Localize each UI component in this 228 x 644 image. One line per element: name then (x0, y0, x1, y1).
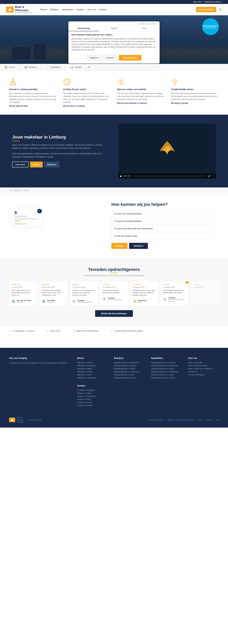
prop-nav-taxaties[interactable]: 📊 Taxaties (66, 64, 86, 70)
footer-hypotheken-link-0[interactable]: Hypotheekadviseur in Heerlen (151, 362, 182, 364)
prop-nav-arrow[interactable]: ▶ (86, 64, 92, 70)
kb-link[interactable]: Bekijk reviews (15, 222, 26, 225)
reviewer-4: 🏠 Verkoper Een Funda gebruiker (102, 297, 126, 301)
review-divider-2 (42, 298, 65, 298)
help-item-taxatie[interactable]: Ik heb een taxatie nodig › (111, 232, 216, 240)
cookie-accept-button[interactable]: Alles toestaan (119, 55, 141, 60)
footer-bottom: Boek enOffermansMakelaars Copyright © 20… (9, 414, 219, 423)
volume-icon[interactable]: 🔊 (208, 175, 211, 177)
feature-mensen-link[interactable]: Wij zijn jouw makelaar in Limburg! (117, 102, 165, 104)
nav-wonen[interactable]: Wonen (40, 8, 47, 11)
bedrijven-button[interactable]: Bedrijven (44, 162, 59, 168)
reviewer-avatar-2: 👤 (42, 299, 46, 303)
footer-taxaties-link-5[interactable]: Taxateur in Heerlen (77, 404, 108, 406)
footer-bottom-link-cookies[interactable]: Cookies (206, 419, 212, 421)
footer-over-ons-title: Over ons (188, 357, 219, 359)
reviews-title: Tevreden opdrachtgevers (9, 267, 219, 272)
footer-bedrijven-link-2[interactable]: Bedrijfsmakelaar in Sittard (114, 368, 145, 370)
chevron-right-icon-1: › (212, 212, 213, 215)
feature-dichtbij-link[interactable]: Wij zijn altijd dichtbij! (9, 105, 57, 107)
makelaar-underline (12, 141, 20, 141)
footer-col-wonen: Wonen Makelaar in Heerlen Makelaar in Ma… (77, 357, 108, 408)
footer-wonen-link-4[interactable]: Makelaar in Venlo (77, 374, 108, 376)
footer-taxaties-link-4[interactable]: Taxateur in Venray (77, 401, 108, 404)
video-time: 0:00 / 0:17 (124, 175, 131, 177)
nav-over-ons[interactable]: Over ons (87, 8, 96, 11)
help-wonen-button[interactable]: Wonen (111, 243, 128, 249)
fullscreen-icon[interactable]: ⛶ (212, 175, 214, 177)
reviewer-5: 💰 Hypotheek John (133, 299, 156, 303)
footer-wonen-link-1[interactable]: Makelaar in Maastricht (77, 364, 108, 367)
logo[interactable]: Boek &Offermans DYNAMICS MAKELAARS (6, 6, 33, 14)
footer-bedrijven-link-1[interactable]: Bedrijfsmakelaar in Heerlen (114, 364, 145, 367)
direct-contact-button[interactable]: Direct contact (196, 7, 216, 12)
footer-hypotheken-link-2[interactable]: Hypotheekadviseur in Sittard (151, 368, 182, 370)
reviews-btn-wrap: Bekijk alle beoordelingen (9, 310, 219, 317)
svg-marker-12 (11, 418, 14, 421)
people-icon (117, 78, 125, 86)
prop-nav-bedrijven[interactable]: 🏢 Bedrijven (20, 64, 42, 70)
help-title: Hoe kunnen wij jou helpen? (111, 202, 216, 207)
nav-bedrijven[interactable]: Bedrijven (50, 8, 59, 11)
footer-wonen-link-2[interactable]: Makelaar in Sittard (77, 368, 108, 370)
footer-taxaties-link-0[interactable]: Taxateur in Maastricht (77, 389, 108, 391)
bel-ons-link[interactable]: BEL ONS (193, 1, 201, 3)
review-text-7: "..." (193, 289, 216, 292)
usp-item-advies: ✓ Onafhankelijk (financieel) advies (105, 329, 149, 332)
footer-bottom-link-links[interactable]: Links (215, 419, 219, 421)
footer-sponsoring-link[interactable]: Sponsoring (188, 371, 219, 373)
footer-corona-link[interactable]: Corona maatregelen (188, 374, 219, 376)
cookie-tab-details[interactable]: Details (99, 26, 129, 31)
footer-bedrijven-link-5[interactable]: Bedrijfsmakelaar in Venray (114, 377, 145, 379)
footer-hypotheken-link-1[interactable]: Hypotheekadviseur in Maastricht (151, 364, 182, 367)
footer-wonen-link-3[interactable]: Makelaar in Venray (77, 371, 108, 373)
logo-sub: DYNAMICS MAKELAARS (15, 12, 33, 14)
usp-bar: ✓ 6 vestigingen in Limburg ✓ Sinds 1975 … (0, 326, 228, 336)
help-item-hypotheken[interactable]: Ik zoek meer informatie over hypotheken … (111, 225, 216, 232)
footer-taxaties-link-3[interactable]: Taxateur in Venlo (77, 398, 108, 400)
footer-over-ons-link-1[interactable]: Boek & Offermans team (188, 364, 219, 367)
openingstijden-link[interactable]: OPENINGSTIJDEN ▾ (204, 1, 222, 3)
footer-hypotheken-link-3[interactable]: Hypotheekadviseur in Valkenburg (151, 371, 182, 373)
prop-nav-wonen[interactable]: 🏠 Wonen (0, 64, 20, 70)
play-button[interactable]: ▶ (120, 174, 122, 178)
footer-bedrijven-link-4[interactable]: Bedrijfsmakelaar in Venlo (114, 374, 145, 376)
reviewer-avatar-3: 🏠 (72, 299, 76, 303)
nav-hypotheken[interactable]: Hypotheken (62, 8, 73, 11)
footer-taxaties-link-1[interactable]: Taxateur in Sittard (77, 392, 108, 394)
wonen-button[interactable]: Wonen (30, 162, 43, 168)
footer-taxaties-link-2[interactable]: Taxateur in Valkenburg (77, 395, 108, 398)
footer-over-ons-link-0[interactable]: Boek & Offermans (188, 362, 219, 364)
svg-line-5 (67, 82, 68, 83)
feature-actief-link[interactable]: Wij zijn thuis in Limburg! (63, 105, 111, 107)
feature-advies-link[interactable]: Wij helpen je graag! (171, 102, 219, 104)
prop-nav-hypotheken[interactable]: 📄 Hypotheken (42, 64, 65, 70)
cookie-tabs: Toestemming Details Over (68, 26, 160, 31)
cookie-voorkeur-button[interactable]: Voorkeur (103, 55, 117, 60)
footer-bedrijven-link-3[interactable]: Bedrijfsmakelaar in Valkenburg (114, 371, 145, 373)
footer-hypotheken-link-5[interactable]: Hypotheekadviseur in Venray (151, 377, 182, 379)
footer-bedrijven-link-0[interactable]: Bedrijfsmakelaar in Maastricht (114, 362, 145, 364)
help-item-woningmakelaar[interactable]: Ik zoek een woningmakelaar › (111, 210, 216, 217)
footer-hypotheken-link-4[interactable]: Hypotheekadviseur in Venlo (151, 374, 182, 376)
footer-wonen-link-0[interactable]: Makelaar in Heerlen (77, 362, 108, 364)
nav-contact[interactable]: Contact (99, 8, 106, 11)
help-item-bedrijfsmakelaar[interactable]: Ik zoek een bedrijfsmakelaar › (111, 217, 216, 225)
footer-bottom-link-privacy[interactable]: Privacy (197, 419, 203, 421)
nav-taxaties[interactable]: Taxaties (76, 8, 84, 11)
search-icon[interactable]: 🔍 (218, 8, 222, 11)
hero-badge[interactable]: Woningzoeker? Schrijf je gratis in! (202, 18, 219, 35)
reviews-all-button[interactable]: Bekijk alle beoordelingen (95, 310, 133, 317)
footer-bottom-link-algemeen[interactable]: Algemene voorwaarden & disclaimer (167, 419, 194, 421)
footer-col-vestiging: Kies uw vestiging Selecteer een van onze… (9, 357, 71, 408)
footer-wonen-link-5[interactable]: Makelaar in Valkenburg (77, 377, 108, 379)
video-progress-bar[interactable] (133, 176, 206, 176)
kb-score: 9 (15, 210, 40, 215)
help-bedrijven-button[interactable]: Bedrijven (129, 243, 148, 249)
cookie-weigeren-button[interactable]: Weigeren (87, 55, 101, 60)
cookie-tab-toestemming[interactable]: Toestemming (68, 26, 99, 31)
footer-bottom-link-vergelijking[interactable]: Vergelijkingskaarten (149, 419, 164, 421)
lees-meer-button[interactable]: Lees meer (12, 162, 29, 168)
cookie-tab-over[interactable]: Over (129, 26, 160, 31)
footer-over-ons-link-2[interactable]: Boek & Offermans vestigingen (188, 368, 219, 370)
